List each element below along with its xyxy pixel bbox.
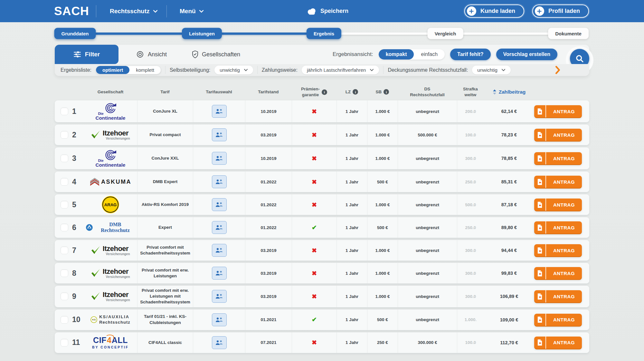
tab-ansicht-label: Ansicht — [148, 51, 167, 58]
header-line: garantie — [301, 92, 320, 98]
zahlungsweise-select[interactable]: jährlich Lastschriftverfahren — [302, 66, 379, 74]
header-zahlbeitrag-sort[interactable]: Zahlbeitrag — [484, 89, 534, 95]
row-checkbox[interactable] — [61, 292, 68, 300]
tab-gesellschaften[interactable]: Gesellschaften — [192, 51, 240, 58]
tarifstand-cell: 03.2019 — [245, 286, 292, 307]
tarifauswahl-button[interactable] — [212, 221, 227, 234]
tarifauswahl-cell — [193, 240, 245, 261]
filter-panel: Filter Ansicht Gesellschaften Ergebnisan… — [55, 45, 589, 76]
vorschlag-erstellen-button[interactable]: Vorschlag erstellen — [496, 49, 557, 60]
step-ergebnis[interactable]: Ergebnis — [307, 28, 341, 39]
antrag-button[interactable]: ANTRAG — [534, 290, 582, 302]
row-checkbox[interactable] — [61, 131, 68, 139]
info-icon[interactable]: i — [322, 89, 327, 95]
tarifauswahl-button[interactable] — [212, 128, 227, 141]
sb-cell: 1.000 € — [367, 194, 398, 215]
antrag-button[interactable]: ANTRAG — [534, 267, 582, 279]
nav-item-menu[interactable]: Menü — [180, 0, 204, 22]
step-vergleich[interactable]: Vergleich — [428, 28, 463, 39]
step-grunddaten[interactable]: Grunddaten — [54, 28, 96, 39]
antrag-button[interactable]: ANTRAG — [534, 199, 582, 211]
tarifauswahl-button[interactable] — [212, 313, 227, 326]
tarifauswahl-button[interactable] — [212, 290, 227, 303]
tarifauswahl-cell — [193, 310, 245, 330]
toggle-option-kompakt[interactable]: kompakt — [379, 49, 414, 60]
tarifauswahl-button[interactable] — [212, 267, 227, 280]
tarifauswahl-button[interactable] — [212, 244, 227, 257]
step-dokumente[interactable]: Dokumente — [548, 28, 589, 39]
praemiengarantie-cell: ✖ — [292, 171, 336, 192]
header-tarif: Tarif — [137, 89, 193, 95]
header-line: Rechtsschutzfall — [410, 92, 444, 98]
cross-icon: ✖ — [312, 201, 317, 208]
logo-text: ASKUMA — [101, 179, 131, 185]
cross-icon: ✖ — [312, 247, 317, 254]
row-rank: 10 — [72, 315, 80, 324]
save-button[interactable]: Speichern — [307, 0, 348, 22]
row-checkbox[interactable] — [61, 339, 68, 347]
info-icon[interactable]: i — [384, 89, 389, 95]
logo-text: DMB Rechtsschutz — [95, 222, 135, 233]
itzehoer-check-icon — [91, 268, 100, 278]
antrag-button[interactable]: ANTRAG — [534, 176, 582, 188]
row-checkbox[interactable] — [61, 269, 68, 277]
antrag-button[interactable]: ANTRAG — [534, 221, 582, 234]
row-checkbox[interactable] — [61, 316, 68, 324]
tarifauswahl-button[interactable] — [212, 198, 227, 211]
tarifauswahl-cell — [193, 147, 245, 169]
row-checkbox[interactable] — [61, 154, 68, 162]
load-customer-button[interactable]: Kunde laden — [464, 5, 524, 18]
nav-item-rechtsschutz[interactable]: Rechtsschutz — [110, 0, 158, 22]
antrag-button[interactable]: ANTRAG — [534, 337, 582, 349]
tarifauswahl-button[interactable] — [212, 105, 227, 118]
cross-icon: ✖ — [312, 339, 317, 346]
tarifauswahl-button[interactable] — [212, 152, 227, 165]
header-line: DS — [410, 86, 444, 92]
row-checkbox[interactable] — [61, 178, 68, 186]
praemiengarantie-cell: ✔ — [292, 310, 336, 330]
search-icon — [575, 54, 584, 63]
row-sticky-area: 109,00 € ANTRAG — [484, 310, 589, 330]
logo-subtext: Rechtsschutz — [99, 320, 130, 325]
header-line: weltw — [463, 92, 478, 98]
antrag-button[interactable]: ANTRAG — [534, 152, 582, 164]
tab-ansicht[interactable]: Ansicht — [136, 51, 167, 58]
company-cell: Itzehoer Versicherungen — [84, 263, 137, 283]
toggle-option-einfach[interactable]: einfach — [414, 49, 445, 60]
info-icon[interactable]: i — [353, 89, 358, 95]
toggle-option-komplett[interactable]: komplett — [129, 66, 161, 74]
row-sticky-area: 99,83 € ANTRAG — [484, 263, 589, 283]
sb-cell: 1.000 € — [367, 125, 398, 145]
row-checkbox[interactable] — [61, 246, 68, 254]
row-sticky-area: 89,80 € ANTRAG — [484, 217, 589, 238]
more-filters-button[interactable] — [555, 66, 560, 74]
row-checkbox[interactable] — [61, 201, 68, 208]
antrag-button[interactable]: ANTRAG — [534, 105, 582, 117]
shield-check-icon — [192, 51, 198, 58]
lz-cell: 1 Jahr — [336, 332, 367, 353]
deckungssumme-select[interactable]: unwichtig — [472, 66, 511, 74]
step-leistungen[interactable]: Leistungen — [182, 28, 222, 39]
header-line: LZ — [346, 89, 351, 95]
tarifauswahl-cell — [193, 263, 245, 283]
selbstbeteiligung-select[interactable]: unwichtig — [214, 66, 253, 74]
antrag-button[interactable]: ANTRAG — [534, 244, 582, 256]
antrag-button[interactable]: ANTRAG — [534, 129, 582, 141]
ds-cell: unbegrenzt — [398, 286, 457, 307]
tab-filter[interactable]: Filter — [55, 45, 118, 64]
tarifauswahl-button[interactable] — [212, 336, 227, 349]
tarifauswahl-button[interactable] — [212, 175, 227, 188]
row-checkbox[interactable] — [61, 224, 68, 231]
company-cell: CIF4ALL BY CONCEPTIF — [84, 332, 137, 353]
toggle-option-optimiert[interactable]: optimiert — [96, 66, 129, 74]
tarif-fehlt-button[interactable]: Tarif fehlt? — [450, 49, 490, 60]
antrag-button[interactable]: ANTRAG — [534, 314, 582, 326]
nav-divider — [166, 5, 167, 17]
row-select-cell: 10 — [55, 310, 84, 330]
row-checkbox[interactable] — [61, 107, 68, 115]
load-profile-button[interactable]: Profil laden — [532, 5, 589, 18]
group-icon — [215, 340, 223, 346]
zahlbeitrag-value: 106,89 € — [484, 294, 534, 299]
header-strafkaution: Strafkaweltw — [457, 86, 484, 97]
header-line: Strafka — [463, 86, 478, 92]
